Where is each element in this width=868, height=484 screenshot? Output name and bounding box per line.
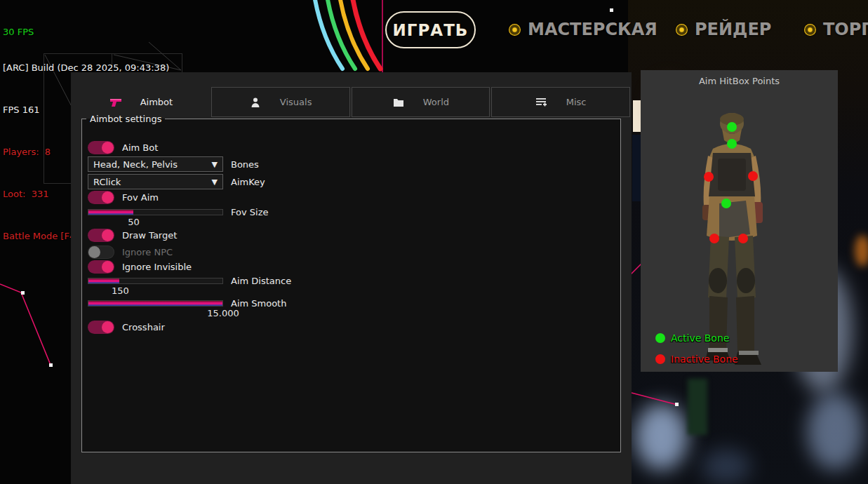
- crosshair-label: Crosshair: [122, 322, 165, 332]
- aim-bot-label: Aim Bot: [122, 142, 158, 153]
- hud-fps-counter: 30 FPS: [3, 25, 169, 39]
- game-screen: 30 FPS [ARC] Build (Dec 28 2025, 09:43:3…: [0, 0, 868, 484]
- fov-size-slider[interactable]: [88, 209, 223, 215]
- active-bone-dot-icon: [655, 333, 665, 343]
- ignore-invisible-toggle[interactable]: [88, 260, 114, 274]
- aim-smooth-value-row: 15.000: [88, 309, 223, 318]
- slider-fill: [88, 210, 133, 215]
- coin-icon: [509, 24, 521, 36]
- aim-smooth-slider[interactable]: [88, 300, 223, 307]
- scene-green-sign: [688, 379, 707, 435]
- aimbot-controls: Aim Bot Head, Neck, Pelvis ▼ Bones RClic…: [82, 124, 475, 334]
- folder-icon: [392, 96, 405, 109]
- aim-distance-value: 150: [112, 285, 129, 296]
- scene-light-blob: [635, 403, 688, 470]
- aimkey-dropdown-value: RClick: [93, 177, 121, 187]
- cheat-menu-panel: Aimbot Visuals World: [71, 72, 632, 484]
- tab-label: World: [423, 97, 449, 107]
- aimkey-label: AimKey: [231, 177, 265, 187]
- hitbox-point-right-thigh[interactable]: [738, 234, 748, 243]
- scene-light-blob: [702, 449, 751, 484]
- inactive-bone-dot-icon: [655, 354, 665, 364]
- fov-size-value: 50: [128, 217, 140, 227]
- tab-world[interactable]: World: [352, 87, 490, 117]
- slider-fill: [88, 278, 119, 283]
- legend-label: Active Bone: [671, 332, 729, 344]
- nav-item-raider[interactable]: РЕЙДЕР: [676, 20, 771, 39]
- nav-item-trade[interactable]: ТОРГО: [804, 20, 868, 39]
- tab-visuals[interactable]: Visuals: [211, 87, 350, 117]
- hitbox-point-neck[interactable]: [727, 139, 737, 149]
- fov-size-label: Fov Size: [231, 207, 268, 217]
- hitbox-point-head[interactable]: [727, 122, 737, 132]
- toggle-knob: [88, 246, 100, 258]
- aimbot-settings-group: Aimbot settings Aim Bot Head, Neck, Pelv…: [81, 114, 621, 452]
- legend-inactive-bone: Inactive Bone: [655, 354, 738, 365]
- fov-size-value-row: 50: [88, 218, 223, 227]
- legend-active-bone: Active Bone: [655, 332, 729, 344]
- toggle-knob: [102, 321, 114, 333]
- chevron-down-icon: ▼: [212, 160, 218, 169]
- chevron-down-icon: ▼: [212, 177, 218, 187]
- play-button[interactable]: ИГРАТЬ: [385, 11, 476, 48]
- hitbox-point-right-shoulder[interactable]: [748, 171, 758, 181]
- toggle-knob: [102, 191, 114, 203]
- pistol-icon: [109, 96, 122, 109]
- fov-aim-toggle[interactable]: [88, 191, 114, 204]
- hitbox-preview-panel: Aim HitBox Points: [641, 70, 838, 372]
- fov-aim-label: Fov Aim: [122, 192, 159, 203]
- aim-distance-slider[interactable]: [88, 278, 223, 284]
- tab-misc[interactable]: Misc: [491, 87, 630, 117]
- scene-orange-glow: [855, 235, 868, 267]
- bones-label: Bones: [231, 159, 259, 170]
- esp-node-marker: [675, 403, 679, 406]
- tab-label: Aimbot: [140, 97, 173, 107]
- tab-label: Visuals: [280, 97, 312, 107]
- tab-aimbot[interactable]: Aimbot: [72, 87, 210, 117]
- bones-dropdown[interactable]: Head, Neck, Pelvis ▼: [88, 156, 223, 172]
- ignore-invisible-label: Ignore Invisible: [122, 262, 192, 272]
- person-icon: [249, 96, 262, 109]
- group-title: Aimbot settings: [86, 114, 165, 124]
- crosshair-toggle[interactable]: [88, 321, 114, 334]
- aim-smooth-label: Aim Smooth: [231, 298, 286, 309]
- aim-distance-label: Aim Distance: [231, 276, 291, 286]
- draw-target-toggle[interactable]: [88, 229, 114, 242]
- play-button-label: ИГРАТЬ: [393, 21, 469, 39]
- bones-dropdown-value: Head, Neck, Pelvis: [93, 159, 178, 170]
- draw-target-label: Draw Target: [122, 230, 177, 241]
- hitbox-point-left-shoulder[interactable]: [704, 172, 714, 182]
- tab-label: Misc: [566, 97, 587, 107]
- legend-label: Inactive Bone: [671, 354, 738, 365]
- esp-node-marker: [49, 363, 53, 367]
- nav-item-label: ТОРГО: [823, 20, 868, 39]
- nav-item-workshop[interactable]: МАСТЕРСКАЯ: [509, 20, 657, 39]
- esp-node-marker: [610, 8, 613, 12]
- ignore-npc-label: Ignore NPC: [122, 247, 173, 257]
- toggle-knob: [102, 142, 114, 154]
- scene-light-blob: [807, 393, 863, 470]
- aim-distance-value-row: 150: [88, 287, 223, 296]
- player-model-image: [641, 70, 838, 372]
- hitbox-point-left-thigh[interactable]: [709, 234, 719, 243]
- nav-item-label: МАСТЕРСКАЯ: [528, 20, 657, 39]
- aim-bot-toggle[interactable]: [88, 141, 114, 154]
- hitbox-point-pelvis[interactable]: [721, 199, 731, 208]
- tab-bar: Aimbot Visuals World: [72, 87, 630, 117]
- ignore-npc-toggle[interactable]: [88, 246, 114, 259]
- toggle-knob: [102, 229, 114, 241]
- coin-icon: [676, 24, 688, 36]
- aimkey-dropdown[interactable]: RClick ▼: [88, 174, 223, 189]
- coin-icon: [804, 24, 816, 36]
- aim-smooth-value: 15.000: [207, 308, 239, 318]
- nav-item-label: РЕЙДЕР: [695, 20, 771, 39]
- toggle-knob: [102, 261, 114, 273]
- esp-node-marker: [21, 291, 25, 295]
- slider-fill: [88, 301, 222, 306]
- playlist-add-icon: [535, 96, 548, 109]
